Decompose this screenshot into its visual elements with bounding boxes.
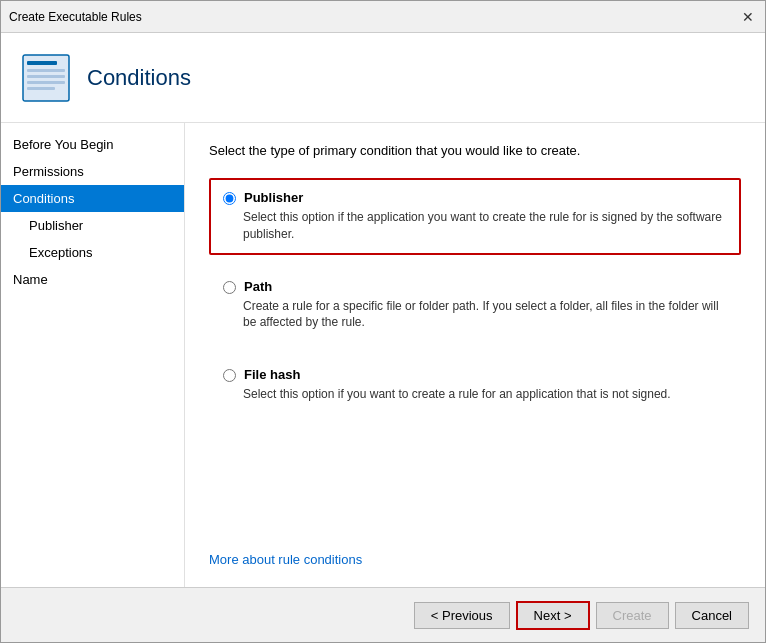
publisher-radio[interactable] [223, 192, 236, 205]
header: Conditions [1, 33, 765, 123]
svg-rect-5 [27, 87, 55, 90]
publisher-option-box: Publisher Select this option if the appl… [209, 178, 741, 255]
publisher-desc: Select this option if the application yo… [243, 209, 727, 243]
sidebar-item-exceptions[interactable]: Exceptions [1, 239, 184, 266]
sidebar-item-publisher[interactable]: Publisher [1, 212, 184, 239]
main-panel: Select the type of primary condition tha… [185, 123, 765, 587]
sidebar-item-before-you-begin[interactable]: Before You Begin [1, 131, 184, 158]
path-desc: Create a rule for a specific file or fol… [243, 298, 727, 332]
file-hash-radio[interactable] [223, 369, 236, 382]
svg-rect-3 [27, 75, 65, 78]
svg-rect-4 [27, 81, 65, 84]
next-button[interactable]: Next > [516, 601, 590, 630]
instruction-text: Select the type of primary condition tha… [209, 143, 741, 158]
file-hash-label: File hash [244, 367, 300, 382]
previous-button[interactable]: < Previous [414, 602, 510, 629]
header-icon [21, 53, 71, 103]
path-option-box: Path Create a rule for a specific file o… [209, 267, 741, 344]
main-window: Create Executable Rules ✕ Conditions Bef… [0, 0, 766, 643]
sidebar-item-conditions[interactable]: Conditions [1, 185, 184, 212]
footer: < Previous Next > Create Cancel [1, 587, 765, 642]
create-button[interactable]: Create [596, 602, 669, 629]
cancel-button[interactable]: Cancel [675, 602, 749, 629]
close-button[interactable]: ✕ [739, 8, 757, 26]
more-about-link[interactable]: More about rule conditions [209, 532, 741, 567]
svg-rect-1 [27, 61, 57, 65]
publisher-option-row: Publisher [223, 190, 727, 205]
title-bar: Create Executable Rules ✕ [1, 1, 765, 33]
content-area: Before You Begin Permissions Conditions … [1, 123, 765, 587]
file-hash-option-box: File hash Select this option if you want… [209, 355, 741, 415]
svg-rect-2 [27, 69, 65, 72]
path-option-row: Path [223, 279, 727, 294]
sidebar: Before You Begin Permissions Conditions … [1, 123, 185, 587]
page-title: Conditions [87, 65, 191, 91]
path-label: Path [244, 279, 272, 294]
file-hash-option-row: File hash [223, 367, 727, 382]
sidebar-item-permissions[interactable]: Permissions [1, 158, 184, 185]
path-radio[interactable] [223, 281, 236, 294]
window-title: Create Executable Rules [9, 10, 142, 24]
file-hash-desc: Select this option if you want to create… [243, 386, 727, 403]
sidebar-item-name[interactable]: Name [1, 266, 184, 293]
publisher-label: Publisher [244, 190, 303, 205]
